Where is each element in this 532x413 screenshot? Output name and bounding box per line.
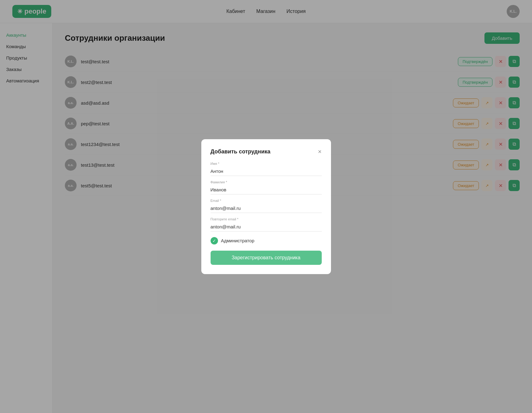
first-name-field: Имя * xyxy=(211,162,322,176)
last-name-field: Фамилия * xyxy=(211,180,322,194)
email-label: Email * xyxy=(211,199,322,202)
email-field: Email * xyxy=(211,199,322,213)
last-name-input[interactable] xyxy=(211,185,322,194)
modal-title: Добавить сотрудника xyxy=(211,148,270,155)
email-input[interactable] xyxy=(211,204,322,213)
last-name-label: Фамилия * xyxy=(211,180,322,184)
modal-header: Добавить сотрудника × xyxy=(211,148,322,155)
add-employee-modal: Добавить сотрудника × Имя * Фамилия * Em… xyxy=(201,139,331,274)
first-name-label: Имя * xyxy=(211,162,322,165)
email-confirm-input[interactable] xyxy=(211,222,322,232)
email-confirm-field: Повторите email * xyxy=(211,217,322,232)
admin-checkbox-label: Администратор xyxy=(221,238,254,243)
close-button[interactable]: × xyxy=(318,148,322,155)
email-confirm-label: Повторите email * xyxy=(211,217,322,221)
admin-checkbox-row: ✓ Администратор xyxy=(211,237,322,244)
register-button[interactable]: Зарегистрировать сотрудника xyxy=(211,251,322,265)
first-name-input[interactable] xyxy=(211,167,322,176)
modal-overlay[interactable]: Добавить сотрудника × Имя * Фамилия * Em… xyxy=(0,0,532,413)
admin-checkbox[interactable]: ✓ xyxy=(211,237,218,244)
